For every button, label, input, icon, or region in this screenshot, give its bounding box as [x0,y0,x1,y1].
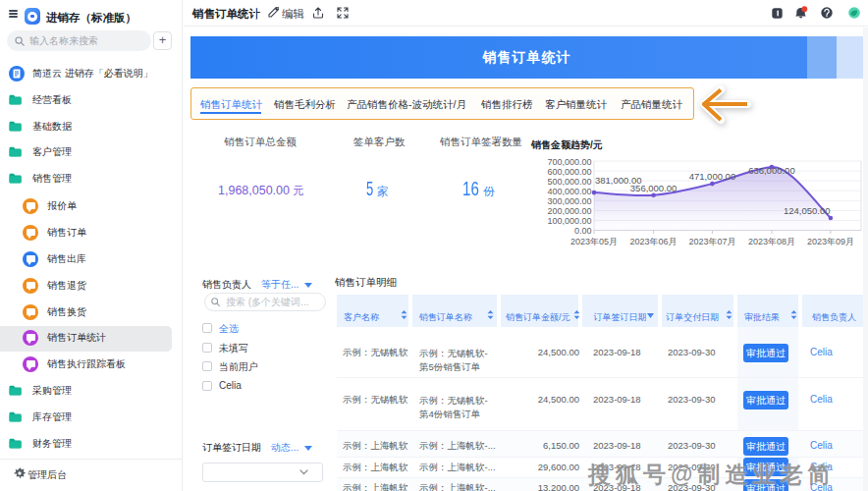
svg-text:300,000.00: 300,000.00 [547,196,591,206]
svg-text:700,000.00: 700,000.00 [547,157,591,167]
svg-text:2023年08月: 2023年08月 [748,237,795,246]
svg-text:2023年06月: 2023年06月 [630,237,678,246]
svg-text:2023年07月: 2023年07月 [688,237,735,246]
svg-text:356,000.00: 356,000.00 [630,183,678,193]
svg-text:600,000.00: 600,000.00 [547,167,591,177]
svg-text:200,000.00: 200,000.00 [547,206,591,216]
svg-text:400,000.00: 400,000.00 [547,187,591,196]
svg-text:2023年09月: 2023年09月 [807,237,854,246]
svg-text:636,000.00: 636,000.00 [748,165,795,176]
svg-text:2023年05月: 2023年05月 [570,237,618,246]
svg-text:471,000.00: 471,000.00 [689,171,736,182]
svg-text:500,000.00: 500,000.00 [547,177,591,187]
svg-text:100,000.00: 100,000.00 [547,216,591,226]
svg-text:124,050.00: 124,050.00 [784,205,831,216]
svg-text:0.00: 0.00 [574,226,592,236]
